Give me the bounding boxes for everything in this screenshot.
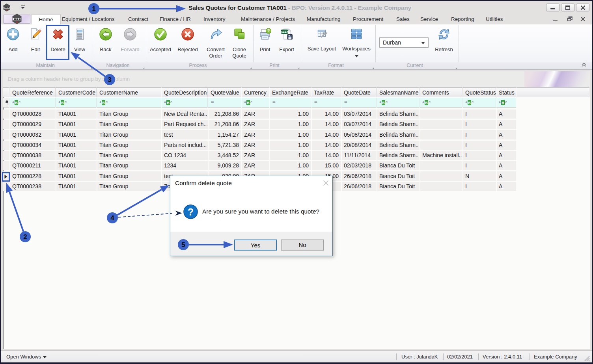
svg-text:4: 4 [110,214,114,222]
svg-text:1: 1 [92,5,95,13]
svg-text:5: 5 [181,241,185,249]
svg-text:3: 3 [108,76,111,84]
svg-text:2: 2 [23,233,27,241]
